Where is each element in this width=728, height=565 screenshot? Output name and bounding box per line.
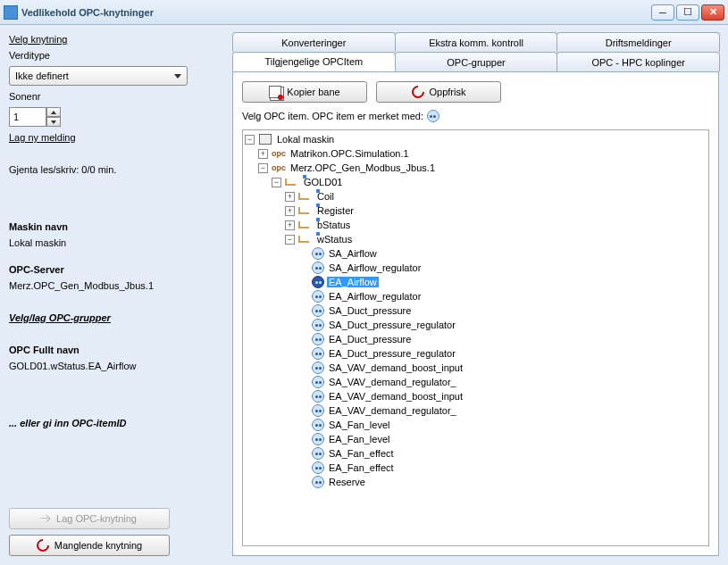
titlebar[interactable]: Vedlikehold OPC-knytninger ─ ☐ ✕ — [0, 0, 728, 25]
tab-tilgjengelige[interactable]: Tilgjengelige OPCItem — [232, 52, 396, 71]
copy-path-button[interactable]: Kopier bane — [242, 81, 367, 103]
tree-opc-item[interactable]: EA_Duct_pressure_regulator — [245, 346, 707, 361]
expander-icon[interactable]: − — [272, 178, 281, 187]
expander-icon[interactable]: + — [258, 149, 268, 159]
select-binding-link[interactable]: Velg knytning — [9, 34, 223, 45]
value-type-select[interactable]: Ikke definert — [9, 66, 188, 86]
expander-icon[interactable]: + — [285, 206, 295, 216]
tree-branch[interactable]: −GOLD01 — [245, 175, 707, 189]
tab-driftsmeldinger[interactable]: Driftsmeldinger — [556, 32, 720, 52]
opc-server-icon: opc — [272, 147, 286, 160]
toolbar: Kopier bane Oppfrisk — [242, 81, 709, 103]
minimize-button[interactable]: ─ — [651, 4, 674, 21]
zone-input[interactable] — [9, 107, 46, 127]
refresh-icon — [34, 536, 52, 554]
tab-opc-grupper[interactable]: OPC-grupper — [395, 52, 558, 71]
repeat-text: Gjenta les/skriv: 0/0 min. — [9, 164, 223, 175]
opc-item-icon — [312, 290, 324, 303]
tree-opc-item[interactable]: SA_Airflow_regulator — [245, 261, 707, 275]
machine-label: Maskin navn — [9, 221, 223, 232]
expander-icon[interactable]: + — [285, 192, 295, 202]
window-title: Vedlikehold OPC-knytninger — [21, 7, 651, 18]
maximize-button[interactable]: ☐ — [676, 4, 699, 21]
opc-item-icon — [312, 376, 324, 388]
zone-down-button[interactable] — [46, 117, 61, 127]
opc-item-icon — [312, 347, 324, 360]
copy-icon — [269, 86, 281, 98]
tree-opc-item[interactable]: EA_VAV_demand_boost_input — [245, 389, 707, 403]
tree-branch[interactable]: +Coil — [245, 189, 707, 204]
tab-hpc-koplinger[interactable]: OPC - HPC koplinger — [556, 52, 720, 71]
tree-label: Merz.OPC_Gen_Modbus_Jbus.1 — [289, 162, 437, 173]
arrow-icon — [43, 515, 50, 522]
opc-marker-icon — [427, 110, 439, 122]
tree-label: Register — [315, 205, 356, 216]
tree-opc-item[interactable]: SA_Airflow — [245, 246, 707, 261]
tree-branch[interactable]: +bStatus — [245, 218, 707, 232]
tree-opc-item[interactable]: SA_Fan_effect — [245, 446, 707, 461]
groups-link[interactable]: Velg/lag OPC-grupper — [9, 312, 223, 323]
tree-opc-item[interactable]: EA_Fan_effect — [245, 461, 707, 475]
new-message-link[interactable]: Lag ny melding — [9, 132, 223, 143]
branch-icon — [298, 233, 313, 245]
tree-opc-item[interactable]: EA_Duct_pressure — [245, 332, 707, 346]
tab-ekstra-komm[interactable]: Ekstra komm. kontroll — [395, 32, 558, 52]
tree-branch[interactable]: +Register — [245, 204, 707, 218]
tree-branch[interactable]: −wStatus — [245, 232, 707, 246]
tab-konverteringer[interactable]: Konverteringer — [232, 32, 396, 52]
expander-icon[interactable]: − — [285, 235, 295, 245]
tree-server[interactable]: +opcMatrikon.OPC.Simulation.1 — [245, 146, 707, 161]
tree-label: EA_VAV_demand_regulator_ — [327, 405, 458, 416]
zone-up-button[interactable] — [46, 107, 61, 117]
refresh-button[interactable]: Oppfrisk — [376, 81, 501, 103]
tree-opc-item[interactable]: SA_VAV_demand_regulator_ — [245, 375, 707, 389]
expander-icon[interactable]: + — [285, 220, 295, 230]
opc-item-icon — [312, 390, 324, 403]
opc-item-icon — [312, 361, 324, 374]
tree-label: EA_VAV_demand_boost_input — [327, 391, 464, 402]
server-label: OPC-Server — [9, 264, 223, 275]
opc-item-icon — [312, 262, 324, 274]
zone-label: Sonenr — [9, 91, 223, 102]
tree-label: Lokal maskin — [275, 134, 336, 145]
instruction-text: Velg OPC item. OPC item er merket med: — [242, 110, 709, 122]
tree-opc-item[interactable]: EA_Airflow — [245, 275, 707, 289]
tree-opc-item[interactable]: SA_Fan_level — [245, 418, 707, 432]
zone-spinner[interactable] — [9, 107, 223, 127]
tree-opc-item[interactable]: SA_Duct_pressure — [245, 303, 707, 318]
main-panel: Konverteringer Ekstra komm. kontroll Dri… — [232, 25, 728, 565]
server-value: Merz.OPC_Gen_Modbus_Jbus.1 — [9, 280, 223, 291]
opc-item-icon — [312, 276, 324, 288]
tree-server[interactable]: −opcMerz.OPC_Gen_Modbus_Jbus.1 — [245, 161, 707, 175]
tree-root[interactable]: −Lokal maskin — [245, 132, 707, 146]
opc-server-icon: opc — [272, 162, 286, 174]
tree-label: SA_Fan_level — [327, 420, 392, 430]
branch-icon — [298, 204, 313, 217]
fullname-value: GOLD01.wStatus.EA_Airflow — [9, 361, 223, 371]
tree-label: bStatus — [315, 220, 352, 230]
computer-icon — [258, 133, 272, 145]
tree-label: SA_Duct_pressure_regulator — [327, 320, 457, 330]
tree-opc-item[interactable]: Reserve — [245, 475, 707, 489]
tree-opc-item[interactable]: EA_VAV_demand_regulator_ — [245, 403, 707, 418]
opc-item-icon — [312, 404, 324, 417]
tree-opc-item[interactable]: SA_Duct_pressure_regulator — [245, 318, 707, 332]
opc-tree[interactable]: −Lokal maskin+opcMatrikon.OPC.Simulation… — [242, 129, 709, 546]
opc-item-icon — [312, 476, 324, 488]
opc-item-icon — [312, 419, 324, 431]
close-button[interactable]: ✕ — [701, 4, 724, 21]
tree-label: EA_Duct_pressure_regulator — [327, 348, 457, 359]
tree-opc-item[interactable]: SA_VAV_demand_boost_input — [245, 361, 707, 375]
tree-opc-item[interactable]: EA_Fan_level — [245, 432, 707, 446]
tree-label: SA_Airflow — [327, 248, 379, 259]
missing-binding-button[interactable]: Manglende knytning — [9, 535, 170, 556]
tree-label: SA_Airflow_regulator — [327, 262, 423, 273]
tree-label: EA_Duct_pressure — [327, 334, 413, 345]
expander-icon[interactable]: − — [258, 163, 268, 173]
expander-icon[interactable]: − — [245, 135, 255, 145]
tab-panel: Kopier bane Oppfrisk Velg OPC item. OPC … — [232, 71, 719, 556]
tree-opc-item[interactable]: EA_Airflow_regulator — [245, 289, 707, 303]
opc-item-icon — [312, 304, 324, 317]
tree-label: EA_Fan_effect — [327, 462, 396, 473]
tree-label: GOLD01 — [302, 177, 344, 187]
